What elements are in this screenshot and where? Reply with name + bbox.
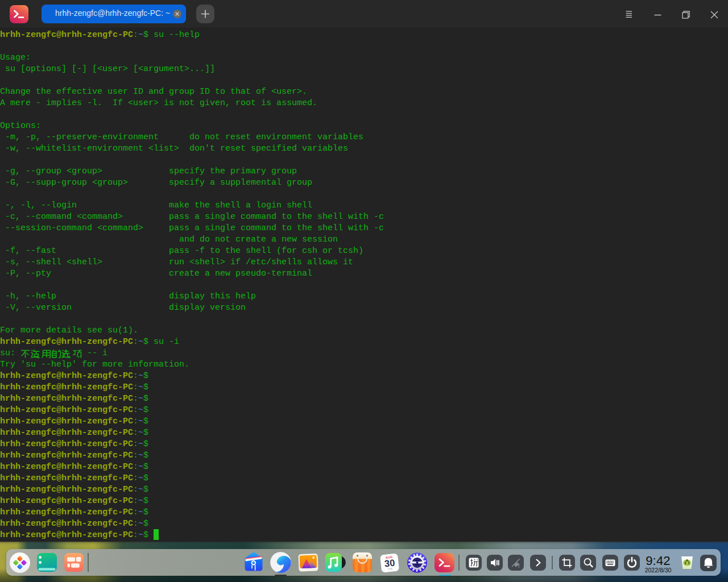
svg-text:TUE: TUE (388, 567, 393, 571)
svg-text:30: 30 (384, 558, 395, 569)
